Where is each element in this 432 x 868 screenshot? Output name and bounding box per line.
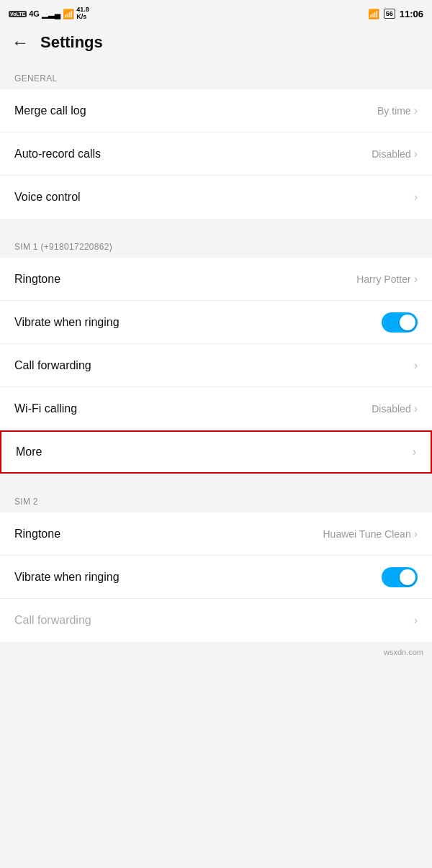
- setting-label-sim1-wifi-calling: Wi-Fi calling: [14, 402, 77, 415]
- toggle-sim2-vibrate[interactable]: [382, 567, 418, 587]
- section-general: GENERALMerge call logBy time›Auto-record…: [0, 62, 432, 219]
- header: ← Settings: [0, 26, 432, 62]
- chevron-icon-merge-call-log: ›: [414, 104, 418, 117]
- setting-label-sim2-vibrate: Vibrate when ringing: [14, 571, 120, 584]
- setting-label-sim2-ringtone: Ringtone: [14, 528, 60, 541]
- setting-right-sim1-more: ›: [413, 446, 416, 458]
- setting-label-sim1-vibrate: Vibrate when ringing: [14, 316, 120, 329]
- settings-content: GENERALMerge call logBy time›Auto-record…: [0, 62, 432, 642]
- section-label-sim2: SIM 2: [0, 485, 432, 512]
- setting-right-sim2-vibrate: [382, 567, 418, 587]
- chevron-icon-sim1-ringtone: ›: [414, 273, 418, 286]
- setting-label-merge-call-log: Merge call log: [14, 104, 86, 117]
- speed-indicator: 41.8K/s: [76, 6, 89, 21]
- volte-badge: VoLTE: [9, 11, 27, 17]
- setting-value-sim2-ringtone: Huawei Tune Clean: [323, 528, 410, 540]
- section-body-general: Merge call logBy time›Auto-record callsD…: [0, 89, 432, 219]
- setting-item-merge-call-log[interactable]: Merge call logBy time›: [0, 89, 432, 132]
- setting-right-sim1-ringtone: Harry Potter›: [356, 273, 418, 286]
- setting-right-sim2-call-forwarding: ›: [414, 614, 418, 627]
- setting-label-voice-control: Voice control: [14, 191, 81, 204]
- toggle-sim1-vibrate[interactable]: [382, 312, 418, 333]
- setting-item-sim1-wifi-calling[interactable]: Wi-Fi callingDisabled›: [0, 387, 432, 430]
- clock: 11:06: [400, 9, 423, 19]
- setting-right-sim1-call-forwarding: ›: [414, 359, 418, 372]
- section-sim1: SIM 1 (+918017220862)RingtoneHarry Potte…: [0, 230, 432, 474]
- section-body-sim1: RingtoneHarry Potter›Vibrate when ringin…: [0, 258, 432, 474]
- page-title: Settings: [40, 33, 103, 52]
- wifi-icon: 📶: [63, 9, 74, 19]
- chevron-icon-voice-control: ›: [414, 191, 418, 204]
- chevron-icon-sim1-more: ›: [413, 446, 416, 458]
- setting-right-sim1-wifi-calling: Disabled›: [372, 402, 418, 415]
- setting-item-sim1-call-forwarding[interactable]: Call forwarding›: [0, 344, 432, 387]
- network-indicator: 4G: [29, 9, 40, 18]
- status-left: VoLTE 4G ▁▂▄ 📶 41.8K/s: [9, 6, 89, 21]
- setting-value-sim1-wifi-calling: Disabled: [372, 403, 410, 415]
- setting-label-sim2-call-forwarding: Call forwarding: [14, 614, 91, 627]
- setting-value-merge-call-log: By time: [377, 105, 411, 117]
- setting-label-sim1-more: More: [16, 446, 42, 458]
- setting-item-sim2-ringtone[interactable]: RingtoneHuawei Tune Clean›: [0, 512, 432, 556]
- watermark: wsxdn.com: [0, 642, 432, 662]
- signal-bars: ▁▂▄: [42, 9, 61, 19]
- chevron-icon-auto-record-calls: ›: [414, 148, 418, 161]
- chevron-icon-sim1-call-forwarding: ›: [414, 359, 418, 372]
- setting-right-merge-call-log: By time›: [377, 104, 418, 117]
- setting-item-voice-control[interactable]: Voice control›: [0, 176, 432, 219]
- toggle-knob-sim1-vibrate: [400, 315, 415, 330]
- setting-item-auto-record-calls[interactable]: Auto-record callsDisabled›: [0, 132, 432, 176]
- setting-right-sim2-ringtone: Huawei Tune Clean›: [323, 528, 418, 541]
- setting-value-auto-record-calls: Disabled: [372, 148, 410, 160]
- setting-item-sim1-vibrate[interactable]: Vibrate when ringing: [0, 301, 432, 344]
- setting-label-sim1-call-forwarding: Call forwarding: [14, 359, 91, 372]
- section-label-general: GENERAL: [0, 62, 432, 89]
- status-bar: VoLTE 4G ▁▂▄ 📶 41.8K/s 📶 56 11:06: [0, 0, 432, 26]
- toggle-knob-sim2-vibrate: [400, 569, 415, 585]
- setting-right-auto-record-calls: Disabled›: [372, 148, 418, 161]
- setting-value-sim1-ringtone: Harry Potter: [356, 273, 410, 285]
- section-sim2: SIM 2RingtoneHuawei Tune Clean›Vibrate w…: [0, 485, 432, 642]
- back-button[interactable]: ←: [12, 34, 29, 51]
- setting-item-sim2-vibrate[interactable]: Vibrate when ringing: [0, 556, 432, 599]
- section-label-sim1: SIM 1 (+918017220862): [0, 230, 432, 258]
- setting-label-sim1-ringtone: Ringtone: [14, 273, 60, 286]
- setting-label-auto-record-calls: Auto-record calls: [14, 148, 101, 161]
- setting-right-sim1-vibrate: [382, 312, 418, 333]
- battery-indicator: 56: [384, 9, 395, 19]
- chevron-icon-sim2-call-forwarding: ›: [414, 614, 418, 627]
- setting-item-sim1-more[interactable]: More›: [0, 430, 432, 474]
- setting-item-sim1-ringtone[interactable]: RingtoneHarry Potter›: [0, 258, 432, 301]
- section-body-sim2: RingtoneHuawei Tune Clean›Vibrate when r…: [0, 512, 432, 642]
- setting-item-sim2-call-forwarding[interactable]: Call forwarding›: [0, 599, 432, 642]
- bluetooth-icon: 📶: [368, 9, 379, 19]
- setting-right-voice-control: ›: [414, 191, 418, 204]
- chevron-icon-sim2-ringtone: ›: [414, 528, 418, 541]
- chevron-icon-sim1-wifi-calling: ›: [414, 402, 418, 415]
- status-right: 📶 56 11:06: [368, 9, 423, 19]
